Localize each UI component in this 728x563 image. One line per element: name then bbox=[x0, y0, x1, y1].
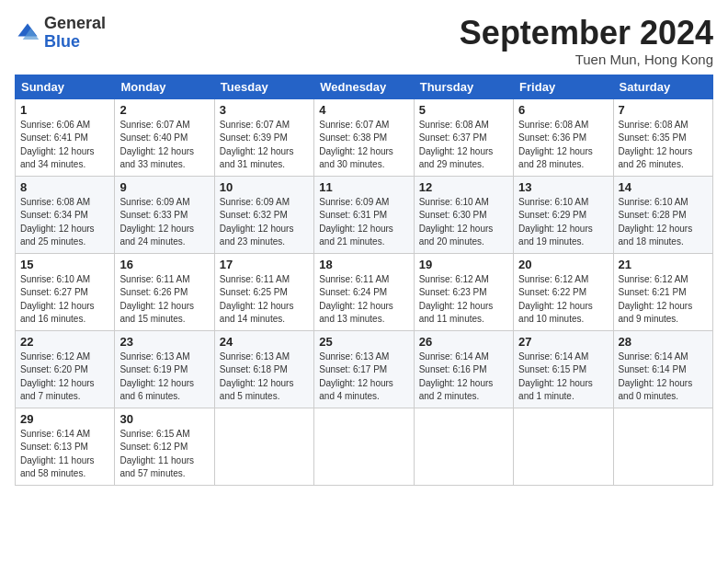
day-number: 23 bbox=[119, 335, 209, 349]
table-row: 3 Sunrise: 6:07 AMSunset: 6:39 PMDayligh… bbox=[214, 98, 313, 176]
day-number: 8 bbox=[20, 180, 109, 194]
day-number: 16 bbox=[119, 258, 209, 271]
day-info: Sunrise: 6:07 AMSunset: 6:39 PMDaylight:… bbox=[220, 120, 294, 170]
logo: General Blue bbox=[15, 15, 106, 52]
day-number: 11 bbox=[319, 180, 408, 194]
day-number: 4 bbox=[319, 103, 408, 117]
day-info: Sunrise: 6:10 AMSunset: 6:28 PMDaylight:… bbox=[619, 197, 693, 247]
col-friday: Friday bbox=[514, 75, 613, 98]
table-row: 15 Sunrise: 6:10 AMSunset: 6:27 PMDaylig… bbox=[16, 253, 115, 330]
calendar-row: 1 Sunrise: 6:06 AMSunset: 6:41 PMDayligh… bbox=[16, 98, 713, 176]
title-block: September 2024 Tuen Mun, Hong Kong bbox=[460, 15, 713, 67]
table-row: 7 Sunrise: 6:08 AMSunset: 6:35 PMDayligh… bbox=[613, 98, 712, 176]
month-title: September 2024 bbox=[460, 15, 713, 52]
table-row: 6 Sunrise: 6:08 AMSunset: 6:36 PMDayligh… bbox=[514, 98, 613, 176]
day-info: Sunrise: 6:12 AMSunset: 6:22 PMDaylight:… bbox=[518, 274, 593, 325]
day-number: 2 bbox=[119, 103, 209, 117]
day-info: Sunrise: 6:07 AMSunset: 6:38 PMDaylight:… bbox=[319, 120, 393, 170]
day-info: Sunrise: 6:12 AMSunset: 6:23 PMDaylight:… bbox=[419, 274, 494, 325]
day-info: Sunrise: 6:11 AMSunset: 6:25 PMDaylight:… bbox=[220, 274, 294, 325]
day-number: 22 bbox=[20, 335, 109, 349]
table-row: 17 Sunrise: 6:11 AMSunset: 6:25 PMDaylig… bbox=[214, 253, 313, 330]
day-info: Sunrise: 6:15 AMSunset: 6:12 PMDaylight:… bbox=[119, 429, 194, 479]
table-row: 11 Sunrise: 6:09 AMSunset: 6:31 PMDaylig… bbox=[314, 176, 414, 253]
day-info: Sunrise: 6:08 AMSunset: 6:34 PMDaylight:… bbox=[20, 197, 95, 247]
table-row: 19 Sunrise: 6:12 AMSunset: 6:23 PMDaylig… bbox=[414, 253, 513, 330]
day-number: 1 bbox=[20, 103, 109, 117]
day-info: Sunrise: 6:12 AMSunset: 6:20 PMDaylight:… bbox=[20, 351, 95, 402]
table-row: 18 Sunrise: 6:11 AMSunset: 6:24 PMDaylig… bbox=[314, 253, 414, 330]
day-number: 18 bbox=[319, 258, 408, 271]
calendar-row: 8 Sunrise: 6:08 AMSunset: 6:34 PMDayligh… bbox=[16, 176, 713, 253]
day-number: 7 bbox=[619, 103, 708, 117]
day-info: Sunrise: 6:13 AMSunset: 6:19 PMDaylight:… bbox=[119, 351, 194, 402]
day-number: 27 bbox=[518, 335, 608, 349]
table-row: 4 Sunrise: 6:07 AMSunset: 6:38 PMDayligh… bbox=[314, 98, 414, 176]
table-row: 27 Sunrise: 6:14 AMSunset: 6:15 PMDaylig… bbox=[514, 330, 613, 408]
day-info: Sunrise: 6:13 AMSunset: 6:17 PMDaylight:… bbox=[319, 351, 393, 402]
header-row: Sunday Monday Tuesday Wednesday Thursday… bbox=[16, 75, 713, 98]
table-row: 29 Sunrise: 6:14 AMSunset: 6:13 PMDaylig… bbox=[16, 408, 115, 485]
day-info: Sunrise: 6:14 AMSunset: 6:14 PMDaylight:… bbox=[619, 351, 693, 402]
table-row bbox=[514, 408, 613, 485]
table-row: 9 Sunrise: 6:09 AMSunset: 6:33 PMDayligh… bbox=[115, 176, 214, 253]
day-info: Sunrise: 6:10 AMSunset: 6:27 PMDaylight:… bbox=[20, 274, 95, 325]
day-number: 6 bbox=[518, 103, 608, 117]
location-subtitle: Tuen Mun, Hong Kong bbox=[460, 52, 713, 67]
table-row: 10 Sunrise: 6:09 AMSunset: 6:32 PMDaylig… bbox=[214, 176, 313, 253]
day-info: Sunrise: 6:13 AMSunset: 6:18 PMDaylight:… bbox=[220, 351, 294, 402]
day-info: Sunrise: 6:10 AMSunset: 6:29 PMDaylight:… bbox=[518, 197, 593, 247]
day-info: Sunrise: 6:08 AMSunset: 6:36 PMDaylight:… bbox=[518, 120, 593, 170]
day-info: Sunrise: 6:14 AMSunset: 6:13 PMDaylight:… bbox=[20, 429, 95, 479]
day-number: 13 bbox=[518, 180, 608, 194]
table-row: 2 Sunrise: 6:07 AMSunset: 6:40 PMDayligh… bbox=[115, 98, 214, 176]
day-number: 19 bbox=[419, 258, 508, 271]
table-row: 24 Sunrise: 6:13 AMSunset: 6:18 PMDaylig… bbox=[214, 330, 313, 408]
table-row: 23 Sunrise: 6:13 AMSunset: 6:19 PMDaylig… bbox=[115, 330, 214, 408]
day-number: 5 bbox=[419, 103, 508, 117]
col-thursday: Thursday bbox=[414, 75, 513, 98]
col-monday: Monday bbox=[115, 75, 214, 98]
table-row: 14 Sunrise: 6:10 AMSunset: 6:28 PMDaylig… bbox=[613, 176, 712, 253]
day-info: Sunrise: 6:14 AMSunset: 6:15 PMDaylight:… bbox=[518, 351, 593, 402]
page-header: General Blue September 2024 Tuen Mun, Ho… bbox=[15, 15, 713, 67]
day-info: Sunrise: 6:10 AMSunset: 6:30 PMDaylight:… bbox=[419, 197, 494, 247]
col-wednesday: Wednesday bbox=[314, 75, 414, 98]
day-number: 15 bbox=[20, 258, 109, 271]
day-info: Sunrise: 6:14 AMSunset: 6:16 PMDaylight:… bbox=[419, 351, 494, 402]
table-row bbox=[414, 408, 513, 485]
calendar-table: Sunday Monday Tuesday Wednesday Thursday… bbox=[15, 75, 713, 486]
day-info: Sunrise: 6:11 AMSunset: 6:26 PMDaylight:… bbox=[119, 274, 194, 325]
logo-icon bbox=[15, 20, 40, 46]
day-info: Sunrise: 6:09 AMSunset: 6:33 PMDaylight:… bbox=[119, 197, 194, 247]
day-info: Sunrise: 6:11 AMSunset: 6:24 PMDaylight:… bbox=[319, 274, 393, 325]
logo-blue: Blue bbox=[44, 32, 80, 51]
table-row: 16 Sunrise: 6:11 AMSunset: 6:26 PMDaylig… bbox=[115, 253, 214, 330]
day-number: 28 bbox=[619, 335, 708, 349]
day-number: 25 bbox=[319, 335, 408, 349]
day-info: Sunrise: 6:06 AMSunset: 6:41 PMDaylight:… bbox=[20, 120, 95, 170]
day-number: 26 bbox=[419, 335, 508, 349]
table-row: 30 Sunrise: 6:15 AMSunset: 6:12 PMDaylig… bbox=[115, 408, 214, 485]
table-row: 13 Sunrise: 6:10 AMSunset: 6:29 PMDaylig… bbox=[514, 176, 613, 253]
calendar-row: 22 Sunrise: 6:12 AMSunset: 6:20 PMDaylig… bbox=[16, 330, 713, 408]
day-info: Sunrise: 6:12 AMSunset: 6:21 PMDaylight:… bbox=[619, 274, 693, 325]
day-info: Sunrise: 6:09 AMSunset: 6:32 PMDaylight:… bbox=[220, 197, 294, 247]
day-number: 29 bbox=[20, 412, 109, 426]
day-number: 9 bbox=[119, 180, 209, 194]
table-row: 20 Sunrise: 6:12 AMSunset: 6:22 PMDaylig… bbox=[514, 253, 613, 330]
table-row bbox=[314, 408, 414, 485]
day-number: 14 bbox=[619, 180, 708, 194]
table-row: 21 Sunrise: 6:12 AMSunset: 6:21 PMDaylig… bbox=[613, 253, 712, 330]
day-number: 21 bbox=[619, 258, 708, 271]
day-number: 12 bbox=[419, 180, 508, 194]
day-number: 20 bbox=[518, 258, 608, 271]
col-tuesday: Tuesday bbox=[214, 75, 313, 98]
table-row: 26 Sunrise: 6:14 AMSunset: 6:16 PMDaylig… bbox=[414, 330, 513, 408]
col-sunday: Sunday bbox=[16, 75, 115, 98]
day-info: Sunrise: 6:07 AMSunset: 6:40 PMDaylight:… bbox=[119, 120, 194, 170]
table-row bbox=[613, 408, 712, 485]
day-number: 10 bbox=[220, 180, 309, 194]
col-saturday: Saturday bbox=[613, 75, 712, 98]
day-number: 17 bbox=[220, 258, 309, 271]
